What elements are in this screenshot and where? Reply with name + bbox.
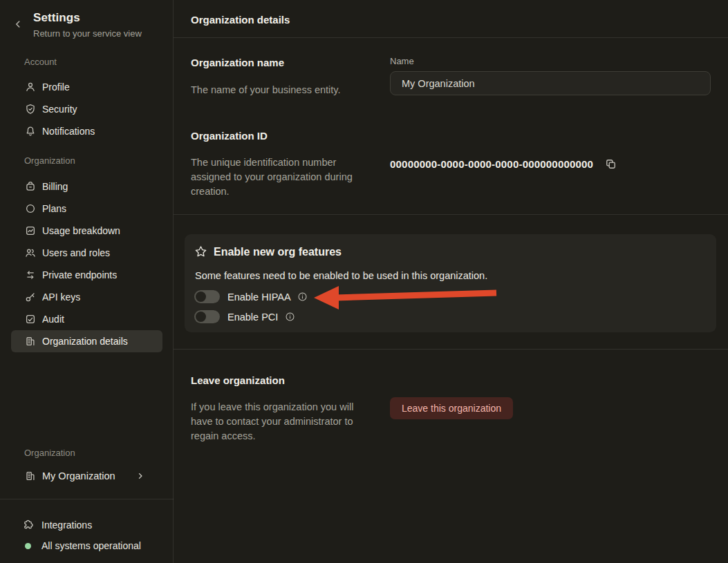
sidebar-item-label: Private endpoints	[42, 269, 117, 280]
circle-icon	[24, 203, 36, 215]
divider	[174, 349, 728, 350]
integrations-link[interactable]: Integrations	[11, 514, 162, 536]
settings-title: Settings	[33, 11, 80, 25]
page-header-title: Organization details	[191, 14, 290, 26]
hipaa-info-button[interactable]	[297, 292, 308, 303]
sidebar-item-label: API keys	[42, 292, 80, 303]
sidebar-item-profile[interactable]: Profile	[11, 76, 162, 98]
leave-org-heading: Leave organization	[191, 374, 285, 386]
shield-check-icon	[24, 104, 36, 115]
wallet-icon	[24, 181, 36, 193]
sidebar-item-notifications[interactable]: Notifications	[11, 120, 162, 142]
sidebar-item-label: Plans	[42, 203, 66, 214]
pci-toggle[interactable]	[194, 310, 220, 323]
features-card-header: Enable new org features	[194, 245, 342, 258]
copy-button[interactable]	[604, 158, 617, 170]
swap-arrows-icon	[24, 269, 36, 281]
puzzle-icon	[21, 519, 35, 532]
org-id-heading: Organization ID	[191, 130, 268, 142]
org-name-heading: Organization name	[191, 57, 284, 68]
hipaa-toggle-label: Enable HIPAA	[227, 292, 291, 303]
sidebar-item-organization-details[interactable]: Organization details	[11, 330, 162, 352]
pci-toggle-label: Enable PCI	[227, 312, 278, 323]
chart-icon	[24, 225, 36, 237]
sidebar-item-label: Organization details	[42, 336, 128, 347]
leave-org-description: If you leave this organization you will …	[191, 400, 374, 443]
sidebar-item-label: Audit	[42, 314, 64, 325]
org-switcher-label: Organization	[24, 448, 75, 458]
chevron-left-icon	[13, 19, 23, 29]
sidebar-item-label: Profile	[42, 82, 70, 93]
account-section-label: Account	[24, 57, 57, 67]
hipaa-toggle[interactable]	[194, 290, 220, 303]
audit-icon	[24, 314, 36, 325]
sidebar-item-security[interactable]: Security	[11, 98, 162, 120]
building-icon	[24, 336, 36, 347]
sidebar-item-api-keys[interactable]: API keys	[11, 286, 162, 308]
main-content: Organization details Organization name T…	[174, 0, 728, 563]
sidebar-item-audit[interactable]: Audit	[11, 308, 162, 330]
chevron-right-icon	[136, 472, 144, 480]
pci-toggle-row: Enable PCI	[194, 310, 295, 323]
org-name-input[interactable]	[390, 71, 711, 95]
sidebar-item-label: Billing	[42, 181, 68, 192]
toggle-knob	[196, 292, 206, 302]
divider	[174, 37, 728, 38]
org-id-value-row: 00000000-0000-0000-0000-000000000000	[390, 158, 617, 170]
name-field-label: Name	[390, 56, 414, 66]
settings-page: Settings Return to your service view Acc…	[0, 0, 728, 563]
pci-info-button[interactable]	[284, 312, 295, 323]
copy-icon	[605, 158, 617, 170]
org-switcher-value: My Organization	[42, 470, 115, 481]
org-switcher[interactable]: My Organization	[11, 464, 162, 488]
status-label: All systems operational	[41, 540, 141, 551]
sidebar-divider	[0, 499, 174, 499]
building-icon	[24, 470, 36, 482]
sidebar-item-label: Security	[42, 104, 77, 115]
org-id-value: 00000000-0000-0000-0000-000000000000	[390, 158, 593, 170]
sidebar-item-label: Users and roles	[42, 247, 110, 258]
features-card: Enable new org features Some features ne…	[185, 234, 716, 332]
info-icon	[285, 312, 295, 322]
org-id-description: The unique identification number assigne…	[191, 155, 367, 199]
users-icon	[24, 247, 36, 259]
leave-organization-button[interactable]: Leave this organization	[390, 397, 513, 419]
toggle-knob	[196, 312, 206, 322]
org-name-description: The name of your business entity.	[191, 83, 341, 97]
sidebar-item-usage-breakdown[interactable]: Usage breakdown	[11, 220, 162, 242]
sidebar-item-label: Notifications	[42, 126, 95, 137]
features-heading: Enable new org features	[214, 246, 342, 258]
sidebar-item-plans[interactable]: Plans	[11, 198, 162, 220]
star-icon	[194, 245, 207, 258]
status-dot-icon	[25, 543, 31, 549]
organization-section-label: Organization	[24, 155, 75, 166]
divider	[174, 214, 728, 215]
key-icon	[24, 292, 36, 303]
hipaa-toggle-row: Enable HIPAA	[194, 290, 308, 303]
bell-icon	[24, 126, 36, 137]
sidebar-item-billing[interactable]: Billing	[11, 175, 162, 198]
sidebar-item-private-endpoints[interactable]: Private endpoints	[11, 264, 162, 286]
integrations-label: Integrations	[41, 519, 92, 531]
sidebar: Settings Return to your service view Acc…	[0, 0, 174, 563]
features-description: Some features need to be enabled to be u…	[195, 270, 487, 281]
info-icon	[297, 292, 308, 302]
sidebar-item-label: Usage breakdown	[42, 225, 120, 236]
sidebar-item-users-and-roles[interactable]: Users and roles	[11, 242, 162, 264]
settings-subtitle: Return to your service view	[33, 28, 142, 39]
user-icon	[24, 82, 36, 93]
back-button[interactable]	[11, 17, 25, 31]
system-status-link[interactable]: All systems operational	[11, 535, 162, 557]
